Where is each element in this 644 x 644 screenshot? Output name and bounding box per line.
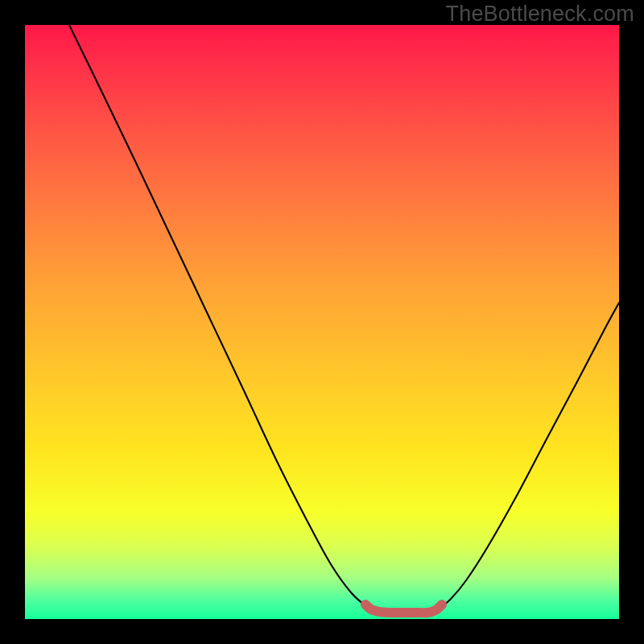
- bottleneck-curve: [69, 25, 619, 613]
- valley-marker: [365, 605, 442, 613]
- chart-frame: TheBottleneck.com: [0, 0, 644, 644]
- overlay-svg: [25, 25, 619, 619]
- plot-area: [25, 25, 619, 619]
- watermark-text: TheBottleneck.com: [445, 2, 634, 27]
